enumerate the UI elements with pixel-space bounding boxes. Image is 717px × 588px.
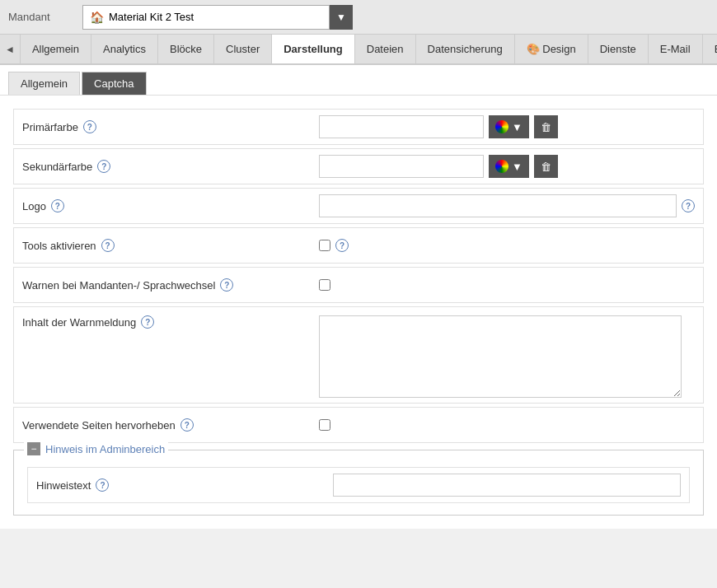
verwendete-seiten-row: Verwendete Seiten hervorheben ? [13, 407, 704, 443]
mandant-selected-value: Material Kit 2 Test [109, 11, 194, 23]
fieldset-hinweis: − Hinweis im Adminbereich Hinweistext ? [13, 450, 704, 516]
logo-label: Logo ? [22, 199, 319, 212]
form-section: Primärfarbe ? ▼ 🗑 Sekundärfarbe ? [13, 109, 704, 443]
tools-aktivieren-label: Tools aktivieren ? [22, 239, 319, 252]
tab-design[interactable]: 🎨 Design [515, 35, 588, 63]
verwendete-seiten-label: Verwendete Seiten hervorheben ? [22, 418, 319, 432]
logo-control: ? [319, 194, 695, 217]
tools-help-icon[interactable]: ? [101, 239, 115, 252]
verwendete-seiten-control [319, 419, 695, 431]
tab-dateien[interactable]: Dateien [355, 35, 416, 63]
warnen-label: Warnen bei Mandanten-/ Sprachwechsel ? [22, 278, 319, 292]
tab-cluster[interactable]: Cluster [214, 35, 272, 63]
hinweistext-label: Hinweistext ? [36, 478, 333, 492]
logo-input[interactable] [319, 194, 677, 217]
hinweistext-input[interactable] [333, 474, 681, 497]
primaerfarbe-input[interactable] [319, 115, 484, 138]
tools-aktivieren-row: Tools aktivieren ? ? [13, 227, 704, 264]
sekundaerfarbe-row: Sekundärfarbe ? ▼ 🗑 [13, 148, 704, 184]
mandant-select[interactable]: 🏠 Material Kit 2 Test [82, 5, 330, 30]
warnen-row: Warnen bei Mandanten-/ Sprachwechsel ? [13, 267, 704, 303]
primaerfarbe-color-button[interactable]: ▼ [489, 115, 529, 138]
tools-aktivieren-extra-help[interactable]: ? [335, 239, 349, 252]
tab-darstellung[interactable]: Darstellung [272, 35, 355, 65]
fieldset-legend: − Hinweis im Adminbereich [24, 442, 168, 455]
sub-tabs: Allgemein Captcha [0, 65, 717, 96]
sub-tab-allgemein[interactable]: Allgemein [8, 72, 80, 95]
tab-dienste[interactable]: Dienste [588, 35, 649, 63]
color-circle-secondary [495, 160, 508, 173]
logo-extra-help-icon[interactable]: ? [682, 199, 695, 212]
sekundaerfarbe-control: ▼ 🗑 [319, 155, 695, 178]
tab-datensicherung[interactable]: Datensicherung [416, 35, 515, 63]
tab-editor[interactable]: Editor [703, 35, 717, 63]
logo-input-wrapper: ? [319, 194, 695, 217]
logo-help-icon[interactable]: ? [51, 199, 64, 212]
tab-email[interactable]: E-Mail [649, 35, 703, 63]
hinweistext-help-icon[interactable]: ? [96, 478, 109, 492]
warnen-control [319, 279, 695, 291]
warnen-checkbox[interactable] [319, 279, 330, 291]
verwendete-seiten-checkbox[interactable] [319, 419, 330, 431]
nav-tabs: ◄ Allgemein Analytics Blöcke Cluster Dar… [0, 35, 717, 65]
primaerfarbe-label: Primärfarbe ? [22, 120, 319, 133]
house-icon: 🏠 [90, 11, 104, 24]
tools-aktivieren-checkbox[interactable] [319, 240, 330, 251]
hinweistext-control [333, 474, 681, 497]
inhalt-warnmeldung-row: Inhalt der Warnmeldung ? [13, 306, 704, 404]
sekundaerfarbe-color-button[interactable]: ▼ [489, 155, 529, 178]
inhalt-warnmeldung-control [319, 315, 695, 398]
tab-analytics[interactable]: Analytics [91, 35, 158, 63]
logo-row: Logo ? ? [13, 188, 704, 224]
primaerfarbe-trash-button[interactable]: 🗑 [534, 115, 558, 138]
color-circle-primary [495, 120, 508, 133]
fieldset-collapse-button[interactable]: − [27, 442, 40, 455]
top-bar: Mandant 🏠 Material Kit 2 Test ▼ [0, 0, 717, 35]
primaerfarbe-help-icon[interactable]: ? [83, 120, 96, 133]
sekundaerfarbe-help-icon[interactable]: ? [97, 160, 110, 173]
color-dropdown-arrow-secondary: ▼ [512, 161, 523, 173]
sekundaerfarbe-label: Sekundärfarbe ? [22, 160, 319, 173]
main-content: Primärfarbe ? ▼ 🗑 Sekundärfarbe ? [0, 96, 717, 529]
tab-allgemein[interactable]: Allgemein [21, 35, 91, 63]
primaerfarbe-row: Primärfarbe ? ▼ 🗑 [13, 109, 704, 145]
color-dropdown-arrow-primary: ▼ [512, 121, 523, 133]
hinweistext-row: Hinweistext ? [27, 467, 690, 503]
verwendete-seiten-help-icon[interactable]: ? [180, 418, 194, 432]
inhalt-warnmeldung-help-icon[interactable]: ? [141, 315, 154, 329]
sekundaerfarbe-trash-button[interactable]: 🗑 [534, 155, 558, 178]
mandant-select-wrapper: 🏠 Material Kit 2 Test ▼ [82, 5, 353, 30]
sub-tab-captcha[interactable]: Captcha [82, 72, 146, 95]
mandant-dropdown-button[interactable]: ▼ [330, 5, 353, 30]
fieldset-inner: Hinweistext ? [27, 467, 690, 503]
mandant-label: Mandant [8, 11, 74, 23]
inhalt-warnmeldung-textarea[interactable] [319, 315, 682, 398]
primaerfarbe-control: ▼ 🗑 [319, 115, 695, 138]
tools-aktivieren-control: ? [319, 239, 695, 252]
inhalt-warnmeldung-label: Inhalt der Warnmeldung ? [22, 315, 319, 329]
nav-scroll-left[interactable]: ◄ [0, 35, 21, 63]
tab-bloecke[interactable]: Blöcke [158, 35, 214, 63]
sekundaerfarbe-input[interactable] [319, 155, 484, 178]
warnen-help-icon[interactable]: ? [220, 278, 233, 292]
